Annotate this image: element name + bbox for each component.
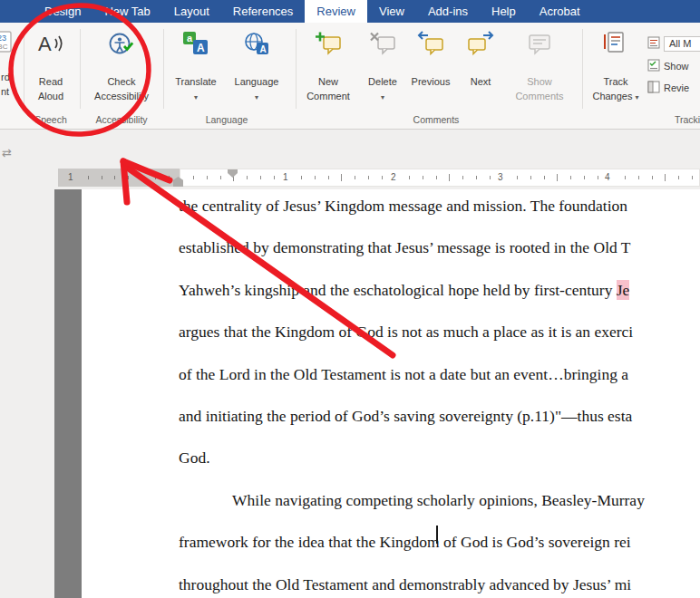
markup-icon	[647, 36, 660, 51]
document-line: Yahweh’s kingship and the eschatological…	[179, 269, 645, 311]
read-aloud-label: Read	[27, 75, 74, 88]
group-divider	[24, 29, 24, 109]
group-divider	[163, 29, 164, 109]
check-accessibility-label: Check	[83, 75, 160, 88]
svg-text:a: a	[187, 33, 193, 43]
word-window: Design New Tab Layout References Review …	[0, 0, 700, 598]
text-cursor	[436, 526, 438, 544]
track-changes-label: Changes	[592, 91, 632, 101]
language-icon: A	[228, 31, 285, 60]
track-changes-button[interactable]: Track Changes ▾	[589, 26, 642, 111]
show-markup-icon	[647, 59, 660, 73]
previous-comment-label: Previous	[408, 75, 453, 88]
group-divider	[582, 29, 583, 109]
group-label-language: Language	[169, 114, 285, 125]
language-button[interactable]: A Language ▾	[228, 26, 285, 111]
display-for-review-dropdown[interactable]: All M	[664, 36, 700, 52]
delete-comment-button[interactable]: Delete ▾	[361, 26, 404, 111]
left-indent-marker[interactable]	[173, 183, 183, 187]
display-for-review-row: All M	[647, 34, 700, 53]
ruler-number: 2	[388, 172, 399, 183]
reviewing-pane-row: Revie	[647, 79, 689, 97]
show-comments-icon	[508, 31, 571, 60]
tab-review[interactable]: Review	[305, 0, 367, 23]
ruler-ticks	[62, 176, 180, 179]
show-comments-button: Show Comments	[508, 26, 571, 111]
check-accessibility-label: Accessibility	[83, 90, 160, 102]
document-line: argues that the Kingdom of God is not as…	[179, 311, 645, 352]
group-label-speech: Speech	[27, 114, 74, 125]
ruler-number: 1	[65, 172, 76, 183]
show-comments-label: Show	[508, 75, 571, 88]
reviewing-pane-label[interactable]: Revie	[664, 82, 689, 93]
word-count-label-fragment[interactable]: rd	[1, 72, 10, 82]
tab-acrobat[interactable]: Acrobat	[528, 0, 592, 23]
new-comment-label: New	[301, 75, 355, 88]
horizontal-ruler[interactable]: 1 1 2 3 4	[58, 169, 700, 187]
word-count-label-fragment[interactable]: nt	[1, 86, 9, 97]
previous-comment-icon	[408, 31, 453, 60]
show-markup-label[interactable]: Show	[664, 61, 689, 72]
ruler-number: 3	[495, 172, 506, 183]
document-line: the centrality of Jesus’ Kingdom message…	[179, 185, 645, 227]
document-line: throughout the Old Testament and demonst…	[179, 564, 645, 598]
tab-add-ins[interactable]: Add-ins	[416, 0, 480, 23]
new-comment-label: Comment	[301, 90, 355, 102]
document-line: and initiating the period of God’s savin…	[179, 395, 645, 437]
search-highlight: Je	[617, 280, 630, 300]
ribbon-tab-bar: Design New Tab Layout References Review …	[0, 0, 700, 23]
word-count-icon: 123 ABC	[0, 30, 12, 57]
svg-text:123: 123	[0, 34, 6, 43]
ruler-ticks	[180, 174, 700, 181]
tab-references[interactable]: References	[221, 0, 305, 23]
translate-button[interactable]: a A Translate ▾	[169, 26, 223, 111]
language-label: Language	[228, 75, 285, 88]
previous-comment-button[interactable]: Previous	[408, 26, 453, 111]
document-text[interactable]: the centrality of Jesus’ Kingdom message…	[179, 185, 645, 598]
tab-design[interactable]: Design	[33, 0, 92, 23]
document-background	[54, 189, 82, 598]
new-comment-icon	[301, 31, 355, 60]
swap-arrows-icon: ⇄	[2, 146, 12, 159]
reviewing-pane-icon	[647, 81, 660, 95]
read-aloud-icon: A	[27, 31, 74, 60]
translate-icon: a A	[169, 31, 223, 60]
next-comment-button[interactable]: Next	[461, 26, 501, 111]
document-line: God.	[179, 437, 645, 478]
show-comments-label: Comments	[508, 90, 571, 102]
group-label-comments: Comments	[301, 114, 571, 125]
ruler-number: 4	[602, 172, 613, 183]
read-aloud-label: Aloud	[27, 90, 74, 102]
check-accessibility-button[interactable]: Check Accessibility	[83, 26, 160, 111]
track-changes-icon	[589, 31, 642, 60]
document-line: of the Lord in the Old Testament is not …	[179, 353, 645, 395]
show-markup-row: Show	[647, 57, 689, 75]
chevron-down-icon: ▾	[194, 93, 198, 101]
check-accessibility-icon	[83, 31, 160, 60]
new-comment-button[interactable]: New Comment	[301, 26, 355, 111]
tab-layout[interactable]: Layout	[162, 0, 221, 23]
chevron-down-icon: ▾	[255, 93, 258, 101]
tab-help[interactable]: Help	[480, 0, 528, 23]
delete-comment-icon	[361, 31, 404, 60]
tab-view[interactable]: View	[367, 0, 416, 23]
next-comment-label: Next	[461, 75, 501, 88]
svg-text:ABC: ABC	[0, 43, 8, 51]
read-aloud-button[interactable]: A Read Aloud	[27, 26, 74, 111]
delete-comment-label: Delete	[361, 75, 404, 88]
ribbon: 123 ABC rd nt A Read Aloud Speech	[0, 23, 700, 130]
group-divider	[80, 29, 81, 109]
tab-new-tab[interactable]: New Tab	[92, 0, 161, 23]
document-line: While navigating competing scholarly opi…	[179, 479, 645, 521]
svg-text:A: A	[197, 42, 205, 54]
document-line: established by demonstrating that Jesus’…	[179, 227, 645, 268]
next-comment-icon	[461, 31, 501, 60]
ruler-number: 1	[280, 172, 291, 183]
svg-text:A: A	[38, 33, 52, 55]
group-label-accessibility: Accessibility	[83, 114, 160, 125]
group-label-tracking: Tracking	[675, 114, 700, 125]
translate-label: Translate	[169, 75, 223, 88]
chevron-down-icon: ▾	[381, 93, 384, 101]
chevron-down-icon: ▾	[636, 93, 639, 101]
group-divider	[296, 29, 297, 109]
